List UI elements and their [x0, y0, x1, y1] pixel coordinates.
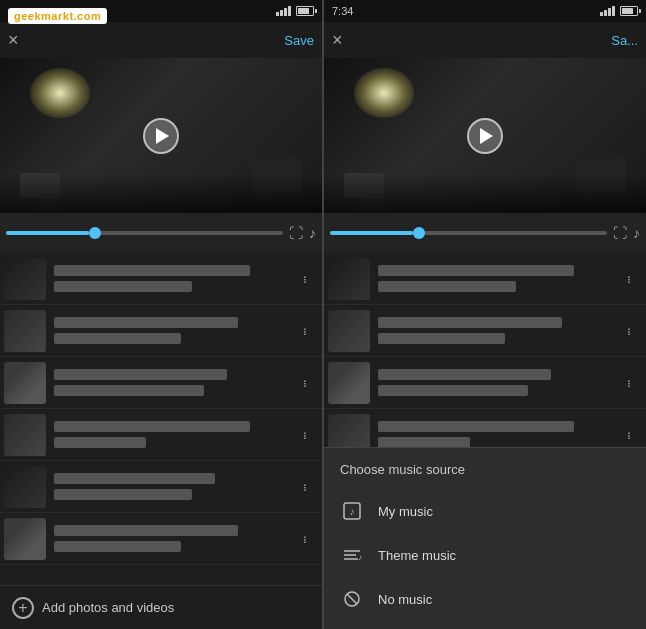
svg-text:♪: ♪	[350, 506, 355, 517]
right-top-bar-left: ×	[332, 30, 343, 51]
music-source-popup: Choose music source ♪ My music	[324, 447, 646, 629]
right-status-bar: 7:34	[324, 0, 646, 22]
add-photos-bar[interactable]: + Add photos and videos	[0, 585, 322, 629]
left-timeline: ⛶ ♪	[0, 213, 322, 253]
clip-thumbnail	[4, 414, 46, 456]
table-row: ···	[0, 305, 322, 357]
right-close-button[interactable]: ×	[332, 30, 343, 51]
battery-icon	[296, 6, 314, 16]
right-timeline: ⛶ ♪	[324, 213, 646, 253]
left-video-preview	[0, 58, 322, 213]
left-status-icons	[276, 6, 314, 16]
svg-text:♪: ♪	[358, 553, 362, 562]
clip-menu-button[interactable]: ···	[616, 427, 642, 442]
theme-music-icon: ♪	[340, 543, 364, 567]
right-timeline-bar[interactable]	[330, 231, 607, 235]
clip-bars	[374, 265, 612, 292]
clip-bars	[50, 265, 288, 292]
my-music-label: My music	[378, 504, 433, 519]
right-time: 7:34	[332, 5, 353, 17]
right-video-gradient	[324, 173, 646, 213]
clip-bars	[50, 473, 288, 500]
clip-thumbnail	[328, 258, 370, 300]
clip-menu-button[interactable]: ···	[616, 375, 642, 390]
clip-bars	[50, 525, 288, 552]
panels: × Save ⛶ ♪	[0, 0, 646, 629]
watermark-text: geekmarkt.com	[14, 10, 101, 22]
right-panel: 7:34 × Sa...	[324, 0, 646, 629]
left-music-icon[interactable]: ♪	[309, 225, 316, 241]
right-play-icon	[480, 128, 493, 144]
left-timeline-bar[interactable]	[6, 231, 283, 235]
add-photos-label: Add photos and videos	[42, 600, 174, 615]
left-top-bar-left: ×	[8, 30, 19, 51]
table-row: ···	[324, 357, 646, 409]
clip-thumbnail	[4, 466, 46, 508]
table-row: ···	[324, 305, 646, 357]
clip-thumbnail	[328, 362, 370, 404]
clip-bars	[374, 317, 612, 344]
right-expand-icon[interactable]: ⛶	[613, 225, 627, 241]
table-row: ···	[0, 409, 322, 461]
clip-bars	[50, 317, 288, 344]
table-row: ···	[0, 461, 322, 513]
clip-bars	[50, 369, 288, 396]
clip-menu-button[interactable]: ···	[292, 479, 318, 494]
theme-music-label: Theme music	[378, 548, 456, 563]
clip-thumbnail	[4, 258, 46, 300]
table-row: ···	[0, 357, 322, 409]
clip-bars	[374, 421, 612, 448]
left-close-button[interactable]: ×	[8, 30, 19, 51]
right-save-button[interactable]: Sa...	[611, 33, 638, 48]
right-timeline-progress	[330, 231, 413, 235]
no-music-option[interactable]: No music	[324, 577, 646, 621]
left-clips-list: ··· ··· ···	[0, 253, 322, 585]
clip-menu-button[interactable]: ···	[292, 531, 318, 546]
table-row: ···	[324, 253, 646, 305]
my-music-icon: ♪	[340, 499, 364, 523]
clip-menu-button[interactable]: ···	[292, 271, 318, 286]
right-status-icons	[600, 6, 638, 16]
add-icon: +	[12, 597, 34, 619]
left-panel: × Save ⛶ ♪	[0, 0, 322, 629]
left-play-icon	[156, 128, 169, 144]
battery-icon	[620, 6, 638, 16]
right-timeline-thumb	[413, 227, 425, 239]
clip-bars	[374, 369, 612, 396]
left-top-bar: × Save	[0, 22, 322, 58]
clip-bars	[50, 421, 288, 448]
clip-menu-button[interactable]: ···	[292, 427, 318, 442]
right-top-bar: × Sa...	[324, 22, 646, 58]
table-row: ···	[0, 253, 322, 305]
left-timeline-progress	[6, 231, 89, 235]
no-music-label: No music	[378, 592, 432, 607]
signal-icon	[600, 6, 615, 16]
left-expand-icon[interactable]: ⛶	[289, 225, 303, 241]
clip-thumbnail	[4, 310, 46, 352]
clip-thumbnail	[328, 310, 370, 352]
clip-menu-button[interactable]: ···	[616, 271, 642, 286]
my-music-option[interactable]: ♪ My music	[324, 489, 646, 533]
left-play-button[interactable]	[143, 118, 179, 154]
clip-thumbnail	[4, 362, 46, 404]
music-popup-title: Choose music source	[324, 462, 646, 489]
clip-menu-button[interactable]: ···	[292, 323, 318, 338]
no-music-icon	[340, 587, 364, 611]
left-timeline-thumb	[89, 227, 101, 239]
right-music-icon[interactable]: ♪	[633, 225, 640, 241]
right-video-preview	[324, 58, 646, 213]
left-video-gradient	[0, 173, 322, 213]
clip-thumbnail	[4, 518, 46, 560]
clip-menu-button[interactable]: ···	[292, 375, 318, 390]
left-save-button[interactable]: Save	[284, 33, 314, 48]
watermark: geekmarkt.com	[8, 8, 107, 24]
clip-menu-button[interactable]: ···	[616, 323, 642, 338]
table-row: ···	[0, 513, 322, 565]
signal-icon	[276, 6, 291, 16]
right-play-button[interactable]	[467, 118, 503, 154]
theme-music-option[interactable]: ♪ Theme music	[324, 533, 646, 577]
svg-line-7	[347, 594, 357, 604]
